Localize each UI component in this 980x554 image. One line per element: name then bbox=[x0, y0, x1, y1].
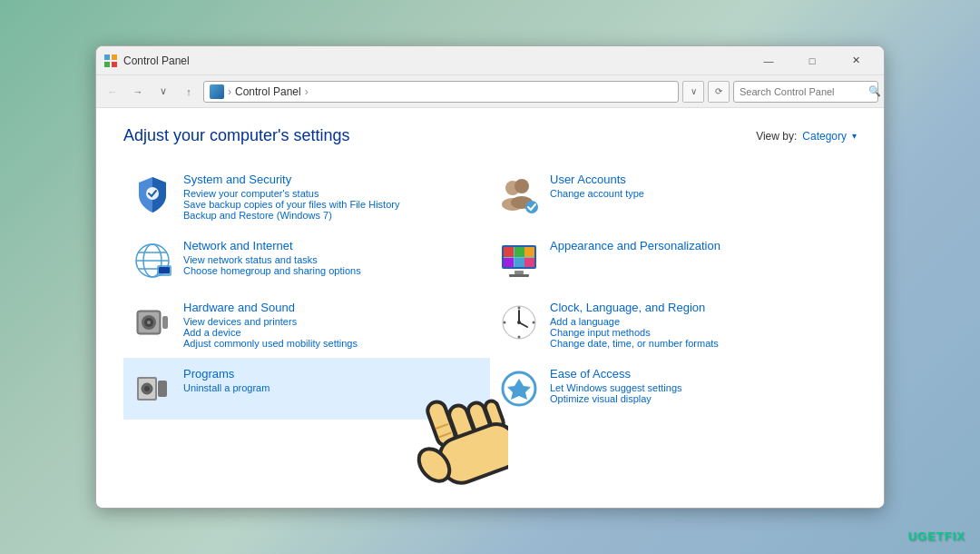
ease-of-access-link-1[interactable]: Let Windows suggest settings bbox=[550, 382, 849, 393]
programs-icon bbox=[131, 367, 174, 411]
svg-point-31 bbox=[147, 321, 151, 324]
hardware-sound-link-3[interactable]: Adjust commonly used mobility settings bbox=[183, 338, 483, 349]
svg-rect-19 bbox=[504, 247, 514, 257]
dropdown-button[interactable]: ∨ bbox=[682, 81, 704, 103]
svg-rect-0 bbox=[104, 54, 110, 60]
appearance-content: Appearance and Personalization bbox=[550, 239, 849, 254]
system-security-content: System and Security Review your computer… bbox=[183, 173, 483, 221]
path-icon bbox=[210, 84, 224, 99]
svg-rect-21 bbox=[524, 247, 534, 257]
content-area: Adjust your computer's settings View by:… bbox=[96, 108, 884, 508]
network-internet-content: Network and Internet View network status… bbox=[183, 239, 483, 276]
programs-title[interactable]: Programs bbox=[183, 367, 483, 381]
svg-rect-20 bbox=[514, 247, 524, 257]
refresh-button[interactable]: ⟳ bbox=[708, 81, 730, 103]
programs-link-1[interactable]: Uninstall a program bbox=[183, 382, 483, 393]
user-accounts-link-1[interactable]: Change account type bbox=[550, 188, 849, 199]
hardware-sound-icon bbox=[131, 301, 174, 344]
programs-content: Programs Uninstall a program bbox=[183, 367, 483, 393]
watermark-suffix: TFIX bbox=[936, 529, 965, 543]
hardware-sound-content: Hardware and Sound View devices and prin… bbox=[183, 301, 483, 349]
ease-of-access-content: Ease of Access Let Windows suggest setti… bbox=[550, 367, 849, 404]
svg-point-41 bbox=[533, 322, 535, 324]
maximize-button[interactable]: □ bbox=[791, 46, 833, 75]
svg-rect-22 bbox=[504, 258, 514, 267]
network-internet-title[interactable]: Network and Internet bbox=[183, 239, 483, 252]
category-hardware-sound[interactable]: Hardware and Sound View devices and prin… bbox=[123, 292, 490, 358]
system-security-icon bbox=[131, 173, 174, 216]
title-bar: Control Panel — □ ✕ bbox=[96, 46, 884, 75]
ease-of-access-link-2[interactable]: Optimize visual display bbox=[550, 393, 849, 404]
category-network-internet[interactable]: Network and Internet View network status… bbox=[123, 230, 490, 292]
svg-rect-24 bbox=[524, 258, 534, 267]
network-internet-icon bbox=[131, 239, 174, 282]
svg-rect-2 bbox=[104, 62, 110, 67]
hardware-sound-link-1[interactable]: View devices and printers bbox=[183, 316, 483, 327]
path-end-separator: › bbox=[305, 85, 309, 98]
window-icon bbox=[103, 54, 118, 68]
system-security-link-1[interactable]: Review your computer's status bbox=[183, 188, 483, 199]
appearance-title[interactable]: Appearance and Personalization bbox=[550, 239, 849, 252]
window-title: Control Panel bbox=[123, 54, 748, 67]
categories-grid: System and Security Review your computer… bbox=[123, 163, 857, 420]
hardware-sound-link-2[interactable]: Add a device bbox=[183, 327, 483, 338]
view-by-label: View by: bbox=[756, 130, 797, 143]
hardware-sound-title[interactable]: Hardware and Sound bbox=[183, 301, 483, 314]
svg-point-38 bbox=[518, 307, 521, 310]
search-input[interactable] bbox=[740, 86, 865, 97]
category-programs[interactable]: Programs Uninstall a program bbox=[123, 358, 490, 420]
svg-point-6 bbox=[514, 179, 529, 193]
svg-rect-3 bbox=[112, 62, 117, 67]
system-security-link-2[interactable]: Save backup copies of your files with Fi… bbox=[183, 199, 483, 210]
user-accounts-content: User Accounts Change account type bbox=[550, 173, 849, 199]
clock-language-link-3[interactable]: Change date, time, or number formats bbox=[550, 338, 849, 349]
category-user-accounts[interactable]: User Accounts Change account type bbox=[490, 163, 857, 230]
address-bar: ← → ∨ ↑ › Control Panel › ∨ ⟳ 🔍 bbox=[96, 75, 884, 108]
view-by-control: View by: Category ▾ bbox=[756, 130, 857, 143]
history-button[interactable]: ∨ bbox=[152, 81, 174, 103]
page-header: Adjust your computer's settings View by:… bbox=[123, 126, 857, 145]
back-button[interactable]: ← bbox=[102, 81, 123, 103]
path-separator: › bbox=[228, 85, 231, 98]
minimize-button[interactable]: — bbox=[748, 46, 789, 75]
svg-point-40 bbox=[504, 322, 506, 324]
control-panel-window: Control Panel — □ ✕ ← → ∨ ↑ › Control Pa… bbox=[95, 45, 885, 509]
view-by-arrow[interactable]: ▾ bbox=[852, 131, 857, 141]
svg-rect-16 bbox=[159, 267, 170, 273]
forward-button[interactable]: → bbox=[127, 81, 149, 103]
svg-rect-32 bbox=[162, 316, 168, 329]
appearance-icon bbox=[497, 239, 541, 282]
svg-point-37 bbox=[517, 321, 521, 324]
network-internet-link-2[interactable]: Choose homegroup and sharing options bbox=[183, 265, 483, 276]
up-button[interactable]: ↑ bbox=[178, 81, 200, 103]
clock-language-content: Clock, Language, and Region Add a langua… bbox=[550, 301, 849, 349]
search-box: 🔍 bbox=[733, 81, 878, 103]
clock-language-link-1[interactable]: Add a language bbox=[550, 316, 849, 327]
clock-language-title[interactable]: Clock, Language, and Region bbox=[550, 301, 849, 314]
close-button[interactable]: ✕ bbox=[835, 46, 877, 75]
page-title: Adjust your computer's settings bbox=[123, 126, 350, 145]
search-icon[interactable]: 🔍 bbox=[868, 85, 881, 97]
category-clock-language[interactable]: Clock, Language, and Region Add a langua… bbox=[490, 292, 857, 358]
view-by-value[interactable]: Category bbox=[802, 130, 847, 143]
category-ease-of-access[interactable]: Ease of Access Let Windows suggest setti… bbox=[490, 358, 857, 420]
watermark: UGETFIX bbox=[908, 529, 965, 543]
watermark-prefix: UG bbox=[908, 529, 928, 543]
clock-language-link-2[interactable]: Change input methods bbox=[550, 327, 849, 338]
ease-of-access-title[interactable]: Ease of Access bbox=[550, 367, 849, 381]
user-accounts-title[interactable]: User Accounts bbox=[550, 173, 849, 186]
svg-point-45 bbox=[144, 386, 150, 391]
clock-language-icon bbox=[497, 301, 541, 344]
svg-point-39 bbox=[518, 336, 521, 339]
category-system-security[interactable]: System and Security Review your computer… bbox=[123, 163, 490, 230]
address-path[interactable]: › Control Panel › bbox=[203, 81, 679, 103]
network-internet-link-1[interactable]: View network status and tasks bbox=[183, 254, 483, 265]
system-security-title[interactable]: System and Security bbox=[183, 173, 483, 186]
system-security-link-3[interactable]: Backup and Restore (Windows 7) bbox=[183, 210, 483, 221]
category-appearance[interactable]: Appearance and Personalization bbox=[490, 230, 857, 292]
user-accounts-icon bbox=[497, 173, 541, 216]
ease-of-access-icon bbox=[497, 367, 541, 411]
svg-rect-46 bbox=[158, 381, 167, 397]
svg-rect-26 bbox=[509, 274, 529, 277]
watermark-accent: E bbox=[927, 529, 936, 543]
